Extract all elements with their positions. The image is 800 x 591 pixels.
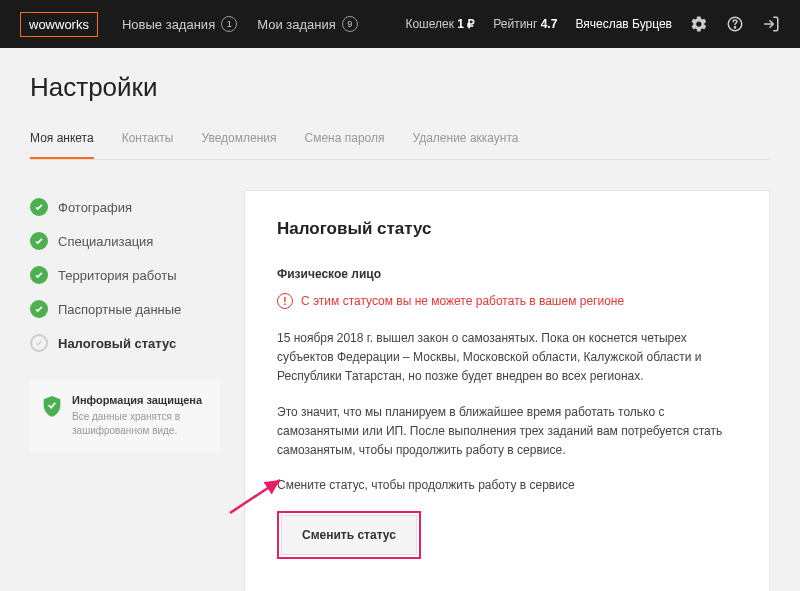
nav-label: Мои задания [257,17,336,32]
sidebar-item-label: Налоговый статус [58,336,176,351]
sidebar: Фотография Специализация Территория рабо… [30,190,220,591]
help-icon[interactable] [726,15,744,33]
check-icon [30,300,48,318]
sidebar-item-photo[interactable]: Фотография [30,190,220,224]
panel-subtitle: Физическое лицо [277,267,737,281]
sidebar-item-label: Специализация [58,234,153,249]
sidebar-item-label: Территория работы [58,268,177,283]
warning-row: ! С этим статусом вы не можете работать … [277,293,737,309]
panel-title: Налоговый статус [277,219,737,239]
svg-point-1 [734,27,735,28]
check-icon [30,198,48,216]
sidebar-item-passport[interactable]: Паспортные данные [30,292,220,326]
logout-icon[interactable] [762,15,780,33]
wallet[interactable]: Кошелек 1 ₽ [405,17,475,31]
check-icon [30,334,48,352]
nav-new-tasks[interactable]: Новые задания 1 [122,16,237,32]
highlight-annotation: Сменить статус [277,511,421,559]
rating[interactable]: Рейтинг 4.7 [493,17,557,31]
tab-contacts[interactable]: Контакты [122,131,174,159]
gear-icon[interactable] [690,15,708,33]
main-panel: Налоговый статус Физическое лицо ! С эти… [244,190,770,591]
paragraph-3: Смените статус, чтобы продолжить работу … [277,476,737,495]
page-title: Настройки [30,72,770,103]
warning-text: С этим статусом вы не можете работать в … [301,294,624,308]
change-status-button[interactable]: Сменить статус [281,515,417,555]
tab-password[interactable]: Смена пароля [305,131,385,159]
tab-profile[interactable]: Моя анкета [30,131,94,159]
info-box-text: Все данные хранятся в зашифрованном виде… [72,410,208,438]
info-box-title: Информация защищена [72,394,208,406]
nav-my-tasks[interactable]: Мои задания 9 [257,16,358,32]
check-icon [30,232,48,250]
paragraph-1: 15 ноября 2018 г. вышел закон о самозаня… [277,329,737,387]
tab-delete[interactable]: Удаление аккаунта [413,131,519,159]
shield-icon [42,394,62,421]
sidebar-item-label: Фотография [58,200,132,215]
sidebar-item-spec[interactable]: Специализация [30,224,220,258]
sidebar-item-tax[interactable]: Налоговый статус [30,326,220,360]
nav-label: Новые задания [122,17,215,32]
username[interactable]: Вячеслав Бурцев [575,17,672,31]
info-box: Информация защищена Все данные хранятся … [30,380,220,452]
nav-badge: 1 [221,16,237,32]
check-icon [30,266,48,284]
sidebar-item-label: Паспортные данные [58,302,181,317]
logo[interactable]: wowworks [20,12,98,37]
paragraph-2: Это значит, что мы планируем в ближайшее… [277,403,737,461]
tabs: Моя анкета Контакты Уведомления Смена па… [30,131,770,160]
topbar: wowworks Новые задания 1 Мои задания 9 К… [0,0,800,48]
tab-notifications[interactable]: Уведомления [201,131,276,159]
warning-icon: ! [277,293,293,309]
sidebar-item-territory[interactable]: Территория работы [30,258,220,292]
nav-badge: 9 [342,16,358,32]
